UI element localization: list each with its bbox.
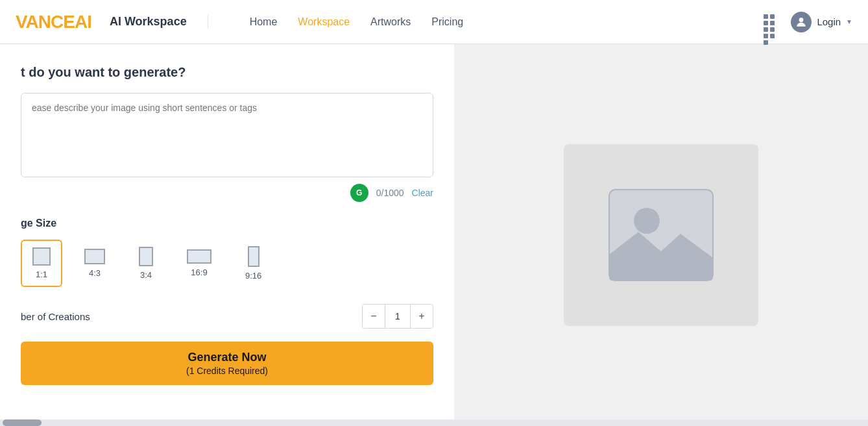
main-content: t do you want to generate? G 0/1000 Clea… <box>0 44 868 426</box>
avatar-icon <box>791 12 812 32</box>
creations-stepper: − 1 + <box>362 304 433 329</box>
nav-pricing[interactable]: Pricing <box>431 14 463 31</box>
size-option-1-1[interactable]: 1:1 <box>21 240 62 287</box>
grid-dot <box>764 40 768 45</box>
prompt-textarea[interactable] <box>21 93 433 177</box>
size-label-9-16: 9:16 <box>245 271 261 281</box>
login-label: Login <box>817 16 841 27</box>
size-options: 1:1 4:3 3:4 16:9 9:16 <box>21 238 433 288</box>
ai-workspace-label: AI Workspace <box>110 15 208 29</box>
svg-point-0 <box>799 18 804 22</box>
grammarly-icon: G <box>350 184 368 202</box>
chevron-down-icon: ▼ <box>846 18 852 25</box>
grid-dot <box>770 34 775 38</box>
grid-dot <box>764 21 768 25</box>
header: VANCEAI AI Workspace Home Workspace Artw… <box>0 0 868 44</box>
generate-btn-main-label: Generate Now <box>187 351 266 364</box>
generate-btn-sub-label: (1 Credits Required) <box>186 366 268 376</box>
nav-right: Login ▼ <box>762 12 852 32</box>
size-label-1-1: 1:1 <box>36 269 47 279</box>
size-label-3-4: 3:4 <box>140 270 152 280</box>
size-option-16-9[interactable]: 16:9 <box>175 242 223 285</box>
scrollbar-thumb[interactable] <box>3 420 42 426</box>
grid-dot <box>764 27 768 32</box>
size-icon-3-4 <box>139 247 153 266</box>
grid-dot <box>764 34 768 38</box>
svg-point-2 <box>634 208 660 234</box>
logo-text: VANCEAI <box>16 12 91 32</box>
size-section-title: ge Size <box>21 218 433 229</box>
size-option-3-4[interactable]: 3:4 <box>127 239 165 288</box>
right-panel <box>454 44 868 426</box>
clear-button[interactable]: Clear <box>412 188 433 198</box>
main-nav: Home Workspace Artworks Pricing <box>229 14 763 31</box>
size-label-4-3: 4:3 <box>89 268 101 278</box>
textarea-footer: G 0/1000 Clear <box>21 184 433 202</box>
size-icon-1-1 <box>32 247 51 266</box>
nav-home[interactable]: Home <box>250 14 278 31</box>
image-placeholder <box>564 144 758 326</box>
size-icon-9-16 <box>248 246 259 267</box>
grid-dot <box>770 21 775 25</box>
placeholder-image-icon <box>603 183 719 287</box>
size-icon-16-9 <box>187 249 211 264</box>
logo-vance: VANCE <box>16 12 75 32</box>
size-label-16-9: 16:9 <box>191 268 207 277</box>
size-option-9-16[interactable]: 9:16 <box>234 238 273 288</box>
grid-dot <box>770 27 775 32</box>
left-panel: t do you want to generate? G 0/1000 Clea… <box>0 44 454 426</box>
size-icon-4-3 <box>84 249 105 264</box>
creations-label: ber of Creations <box>21 311 90 322</box>
grid-apps-icon[interactable] <box>762 13 780 31</box>
login-area[interactable]: Login ▼ <box>791 12 852 32</box>
logo-ai: AI <box>75 12 91 32</box>
logo: VANCEAI AI Workspace <box>16 12 208 32</box>
generate-now-button[interactable]: Generate Now (1 Credits Required) <box>21 342 433 385</box>
creations-row: ber of Creations − 1 + <box>21 304 433 329</box>
grid-dot <box>770 14 775 19</box>
stepper-value: 1 <box>385 305 411 328</box>
nav-artworks[interactable]: Artworks <box>370 14 411 31</box>
size-option-4-3[interactable]: 4:3 <box>73 241 117 286</box>
prompt-section-title: t do you want to generate? <box>21 65 433 80</box>
grid-dot <box>764 14 768 19</box>
char-count: 0/1000 <box>376 188 404 198</box>
scrollbar-track <box>0 420 868 426</box>
size-section: ge Size 1:1 4:3 3:4 16:9 <box>21 218 433 288</box>
stepper-minus-button[interactable]: − <box>363 305 385 328</box>
stepper-plus-button[interactable]: + <box>411 305 433 328</box>
nav-workspace[interactable]: Workspace <box>298 14 350 31</box>
